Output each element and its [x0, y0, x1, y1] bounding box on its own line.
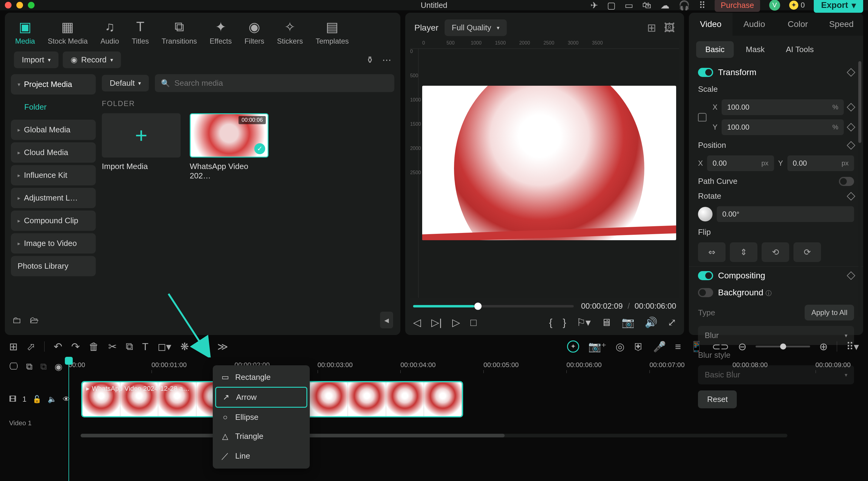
purchase-button[interactable]: Purchase [715, 0, 760, 12]
timeline-ruler[interactable]: 00:00 00:00:01:00 00:00:02:00 00:00:03:0… [68, 358, 859, 375]
send-icon[interactable]: ✈ [590, 0, 598, 10]
play-icon[interactable]: ▷ [452, 316, 460, 328]
cart-icon[interactable]: 🛍 [642, 0, 651, 10]
tab-video[interactable]: Video [689, 13, 733, 36]
compositing-toggle[interactable] [698, 271, 713, 280]
new-folder-icon[interactable]: 🗀 [12, 315, 21, 325]
tl-overlay-icon[interactable]: ⧉ [26, 361, 32, 372]
track-lock-icon[interactable]: 🔓 [32, 395, 41, 404]
marker-dropdown-icon[interactable]: ⚐▾ [577, 316, 591, 328]
cloud-icon[interactable]: ☁ [660, 0, 670, 10]
info-icon[interactable]: ⓘ [766, 290, 772, 296]
scrollbar-thumb[interactable] [858, 61, 861, 143]
zoom-knob[interactable] [780, 344, 786, 350]
lock-aspect-icon[interactable] [698, 113, 707, 122]
keyframe-icon[interactable] [847, 68, 855, 77]
filter-icon[interactable]: ⚱ [366, 55, 374, 65]
tl-screen-icon[interactable]: 🖵 [9, 361, 18, 372]
tl-link-icon[interactable]: ⊂⊃ [712, 341, 729, 353]
save-icon[interactable]: ▢ [607, 0, 616, 10]
split-icon[interactable]: ✂ [108, 341, 117, 353]
tl-magnet-icon[interactable]: ⧉ [40, 361, 47, 372]
sidebar-item-cloud-media[interactable]: ▸Cloud Media [11, 142, 96, 163]
tl-view-icon[interactable]: ⠿▾ [846, 341, 859, 353]
stop-icon[interactable]: □ [470, 317, 477, 328]
path-curve-toggle[interactable] [839, 177, 854, 186]
close-window-icon[interactable] [5, 2, 11, 8]
tab-stock-media[interactable]: ▦Stock Media [48, 20, 88, 45]
mask-tool-icon[interactable]: ❋ [180, 341, 189, 353]
mark-out-icon[interactable]: } [563, 317, 566, 328]
flip-horizontal-button[interactable]: ⇔ [698, 242, 725, 262]
preview-viewport[interactable] [422, 86, 676, 240]
position-x-input[interactable]: 0.00px [707, 155, 774, 171]
search-input[interactable]: 🔍 [155, 74, 394, 92]
tl-mixer-icon[interactable]: ≡ [675, 341, 681, 353]
snapshot-icon[interactable]: 📷 [622, 316, 634, 328]
sidebar-item-global-media[interactable]: ▸Global Media [11, 120, 96, 140]
rotate-input[interactable]: 0.00° [717, 206, 854, 222]
sort-dropdown[interactable]: Default▾ [102, 75, 149, 92]
keyframe-icon[interactable] [847, 271, 855, 280]
keyframe-icon[interactable] [847, 141, 855, 149]
import-button[interactable]: Import▾ [14, 52, 59, 68]
import-media-tile[interactable]: + [102, 113, 181, 158]
keyframe-icon[interactable] [847, 192, 855, 200]
quality-dropdown[interactable]: Full Quality▾ [444, 20, 507, 36]
sidebar-item-adjustment-layer[interactable]: ▸Adjustment L… [11, 188, 96, 208]
zoom-out-icon[interactable]: ⊖ [738, 341, 746, 353]
picture-view-icon[interactable]: 🖼 [664, 22, 675, 34]
maximize-window-icon[interactable] [28, 2, 35, 8]
tl-target-icon[interactable]: ◎ [616, 341, 625, 353]
track-mute-icon[interactable]: 🔈 [48, 395, 57, 404]
apps-icon[interactable]: ⠿ [699, 0, 706, 10]
shape-line[interactable]: ／Line [215, 446, 307, 466]
scale-y-input[interactable]: 100.00% [722, 119, 844, 135]
folder-plus-icon[interactable]: 🗁 [30, 315, 39, 325]
tl-shield-icon[interactable]: ⛨ [634, 341, 644, 353]
progress-knob[interactable] [474, 302, 482, 310]
tab-filters[interactable]: ◉Filters [245, 20, 264, 45]
tab-titles[interactable]: TTitles [132, 20, 149, 45]
tl-device-icon[interactable]: 📱 [690, 341, 703, 353]
redo-icon[interactable]: ↷ [71, 341, 80, 353]
shape-triangle[interactable]: △Triangle [215, 427, 307, 446]
more-icon[interactable]: ⋯ [382, 55, 391, 65]
record-button[interactable]: ◉Record▾ [63, 52, 121, 68]
track-header[interactable]: 🎞 1 🔓 🔈 👁 [9, 381, 76, 417]
sidebar-item-influence-kit[interactable]: ▸Influence Kit [11, 165, 96, 185]
fullscreen-icon[interactable]: ⤢ [668, 316, 676, 328]
media-thumbnail[interactable]: 00:00:06 ✓ [190, 113, 269, 158]
shape-ellipse[interactable]: ○Ellipse [215, 408, 307, 427]
collapse-sidebar-icon[interactable]: ◂ [380, 312, 393, 328]
transform-toggle[interactable] [698, 68, 713, 77]
export-button[interactable]: Export ▾ [814, 0, 863, 13]
crop-icon[interactable]: ⧉ [126, 341, 133, 353]
background-toggle[interactable] [698, 288, 713, 297]
user-avatar[interactable]: V [769, 0, 780, 10]
timeline-playhead[interactable] [68, 358, 69, 481]
tab-color[interactable]: Color [776, 13, 820, 36]
zoom-in-icon[interactable]: ⊕ [819, 341, 828, 353]
sidebar-item-image-to-video[interactable]: ▸Image to Video [11, 233, 96, 254]
shape-rectangle[interactable]: ▭Rectangle [215, 368, 307, 387]
text-icon[interactable]: T [142, 341, 149, 353]
tab-stickers[interactable]: ✧Stickers [277, 20, 303, 45]
headphones-icon[interactable]: 🎧 [679, 0, 690, 10]
mark-in-icon[interactable]: { [549, 317, 553, 328]
delete-icon[interactable]: 🗑 [89, 341, 99, 353]
keyframe-icon[interactable] [847, 123, 855, 131]
sidebar-item-folder[interactable]: Folder [11, 97, 96, 117]
layout-icon[interactable]: ▭ [625, 0, 633, 10]
tl-camera-icon[interactable]: 📷⁺ [588, 341, 607, 353]
minimize-window-icon[interactable] [17, 2, 23, 8]
tl-grid-icon[interactable]: ⊞ [9, 341, 18, 353]
tl-pointer-icon[interactable]: ⬀ [27, 341, 35, 353]
zoom-slider[interactable] [755, 346, 810, 347]
undo-icon[interactable]: ↶ [54, 341, 62, 353]
tab-media[interactable]: ▣Media [15, 20, 35, 45]
shape-tool-icon[interactable]: ◻▾ [158, 341, 171, 353]
search-field[interactable] [174, 78, 388, 88]
sidebar-item-compound-clip[interactable]: ▸Compound Clip [11, 211, 96, 231]
subtab-mask[interactable]: Mask [737, 41, 774, 58]
